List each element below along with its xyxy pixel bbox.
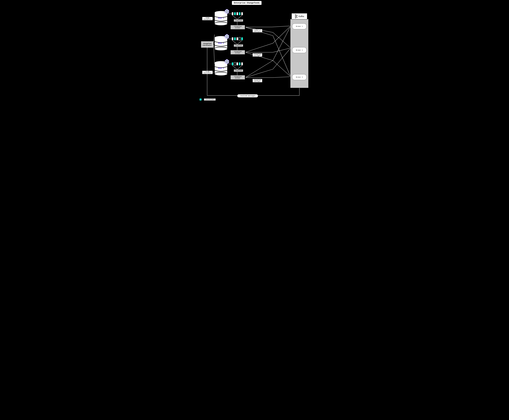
range-leaseholder	[234, 12, 236, 15]
range-replica	[236, 37, 238, 40]
node-label: Node 1	[218, 17, 224, 19]
svg-line-39	[232, 40, 237, 44]
range-leaseholder	[239, 62, 241, 66]
svg-line-7	[296, 16, 297, 16]
range-checkpoints-label: range checkpoints	[202, 71, 213, 74]
kafka-broker: Broker 1	[292, 23, 307, 29]
page-title: Enterprise Changefeeds	[232, 1, 262, 5]
node-label: Node 3	[218, 68, 224, 69]
encoder-label: changefeed encoder	[230, 75, 245, 80]
range-replica	[241, 12, 243, 15]
range-replica	[239, 37, 241, 40]
range-leaseholder	[241, 37, 243, 40]
rangefeed-label: rangefeed	[234, 69, 243, 72]
range-checkpoints-label: range checkpoints	[202, 17, 213, 20]
range-leaseholder	[232, 62, 234, 66]
db-node: Node 3	[214, 61, 228, 76]
kafka-logo: Kafka	[291, 13, 307, 19]
kafka-brand-text: Kafka	[298, 15, 304, 18]
legend-label: leaseholder	[204, 98, 216, 101]
svg-line-35	[237, 15, 242, 19]
rangefeed-label: rangefeed	[234, 44, 243, 47]
kafka-panel: Broker 1 Broker 2 Broker 3	[290, 19, 309, 88]
db-node: Node 2	[214, 36, 228, 51]
cockroach-hex-icon	[225, 9, 229, 14]
range-leaseholder	[239, 12, 241, 15]
svg-line-46	[232, 66, 237, 69]
messages-label: changefeed messages	[252, 29, 262, 32]
cockroach-hex-icon	[225, 34, 229, 39]
encoder-label: changefeed encoder	[230, 25, 245, 29]
messages-label: changefeed messages	[252, 53, 262, 57]
svg-line-40	[237, 40, 242, 44]
svg-point-27	[214, 72, 228, 76]
ranges-row	[232, 62, 243, 66]
range-replica	[241, 62, 243, 66]
kafka-icon	[295, 14, 298, 18]
coordinator-label: changefeed coordinator	[201, 41, 214, 48]
ranges-row	[232, 37, 243, 40]
messages-label: changefeed messages	[252, 79, 262, 82]
svg-line-8	[296, 17, 297, 17]
svg-line-34	[232, 15, 237, 19]
svg-point-11	[214, 22, 228, 25]
svg-line-47	[237, 66, 242, 69]
range-replica	[232, 37, 234, 40]
range-replica	[232, 12, 234, 15]
svg-point-19	[214, 47, 228, 51]
range-replica	[236, 62, 238, 66]
rangefeed-label: rangefeed	[234, 19, 243, 22]
range-leaseholder	[234, 37, 236, 40]
resolved-messages-label: resolved messages	[237, 94, 258, 98]
cockroach-hex-icon	[225, 59, 229, 64]
svg-point-0	[295, 14, 296, 15]
encoder-label: changefeed encoder	[230, 50, 245, 54]
kafka-broker: Broker 3	[292, 74, 307, 80]
legend-swatch	[199, 98, 202, 101]
range-replica	[234, 62, 236, 66]
ranges-row	[232, 12, 243, 15]
svg-point-1	[295, 16, 296, 17]
node-label: Node 2	[218, 42, 224, 44]
range-replica	[236, 12, 238, 15]
kafka-broker: Broker 2	[292, 47, 307, 53]
svg-point-2	[295, 17, 296, 18]
db-node: Node 1	[214, 11, 228, 26]
